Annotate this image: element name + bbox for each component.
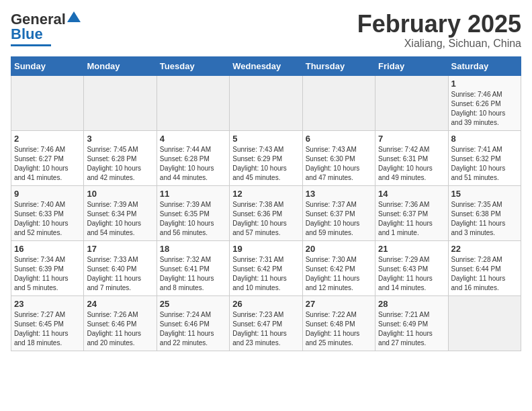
calendar-cell: 9Sunrise: 7:40 AMSunset: 6:33 PMDaylight… [11, 185, 84, 240]
page-title: February 2025 [357, 11, 521, 38]
calendar-cell: 26Sunrise: 7:23 AMSunset: 6:47 PMDayligh… [230, 295, 302, 351]
day-info: Sunrise: 7:24 AMSunset: 6:46 PMDaylight:… [160, 310, 226, 348]
day-info: Sunrise: 7:21 AMSunset: 6:49 PMDaylight:… [378, 310, 445, 348]
calendar-cell: 8Sunrise: 7:41 AMSunset: 6:32 PMDaylight… [448, 130, 521, 185]
calendar-cell: 19Sunrise: 7:31 AMSunset: 6:42 PMDayligh… [230, 240, 302, 295]
day-info: Sunrise: 7:28 AMSunset: 6:44 PMDaylight:… [451, 255, 518, 293]
logo: General Blue [11, 11, 81, 46]
calendar-cell: 7Sunrise: 7:42 AMSunset: 6:31 PMDaylight… [375, 130, 448, 185]
day-number: 18 [160, 244, 226, 254]
day-info: Sunrise: 7:33 AMSunset: 6:40 PMDaylight:… [87, 255, 153, 293]
svg-marker-0 [67, 11, 81, 22]
calendar-week-3: 9Sunrise: 7:40 AMSunset: 6:33 PMDaylight… [11, 185, 521, 240]
calendar-cell: 11Sunrise: 7:39 AMSunset: 6:35 PMDayligh… [157, 185, 229, 240]
day-info: Sunrise: 7:38 AMSunset: 6:36 PMDaylight:… [232, 200, 299, 238]
day-number: 5 [232, 134, 299, 144]
day-info: Sunrise: 7:35 AMSunset: 6:38 PMDaylight:… [451, 200, 518, 238]
logo-text-blue: Blue [11, 26, 43, 43]
day-info: Sunrise: 7:29 AMSunset: 6:43 PMDaylight:… [378, 255, 445, 293]
day-number: 27 [306, 299, 372, 309]
day-number: 24 [87, 299, 153, 309]
weekday-header-wednesday: Wednesday [230, 56, 302, 75]
day-number: 17 [87, 244, 153, 254]
day-info: Sunrise: 7:40 AMSunset: 6:33 PMDaylight:… [14, 200, 81, 238]
calendar-header: SundayMondayTuesdayWednesdayThursdayFrid… [11, 56, 521, 75]
calendar-table: SundayMondayTuesdayWednesdayThursdayFrid… [11, 56, 521, 351]
calendar-week-1: 1Sunrise: 7:46 AMSunset: 6:26 PMDaylight… [11, 75, 521, 130]
calendar-cell [84, 75, 157, 130]
calendar-cell: 1Sunrise: 7:46 AMSunset: 6:26 PMDaylight… [448, 75, 521, 130]
day-info: Sunrise: 7:43 AMSunset: 6:29 PMDaylight:… [232, 145, 299, 183]
calendar-cell: 21Sunrise: 7:29 AMSunset: 6:43 PMDayligh… [375, 240, 448, 295]
calendar-cell: 5Sunrise: 7:43 AMSunset: 6:29 PMDaylight… [230, 130, 302, 185]
calendar-cell: 18Sunrise: 7:32 AMSunset: 6:41 PMDayligh… [157, 240, 229, 295]
day-number: 10 [87, 189, 153, 199]
weekday-header-tuesday: Tuesday [157, 56, 229, 75]
day-number: 6 [306, 134, 372, 144]
day-info: Sunrise: 7:43 AMSunset: 6:30 PMDaylight:… [306, 145, 372, 183]
day-number: 25 [160, 299, 226, 309]
day-number: 23 [14, 299, 81, 309]
weekday-row: SundayMondayTuesdayWednesdayThursdayFrid… [11, 56, 521, 75]
day-number: 28 [378, 299, 445, 309]
weekday-header-friday: Friday [375, 56, 448, 75]
weekday-header-thursday: Thursday [302, 56, 375, 75]
calendar-cell [11, 75, 84, 130]
day-number: 16 [14, 244, 81, 254]
day-number: 20 [306, 244, 372, 254]
calendar-cell: 14Sunrise: 7:36 AMSunset: 6:37 PMDayligh… [375, 185, 448, 240]
calendar-cell: 27Sunrise: 7:22 AMSunset: 6:48 PMDayligh… [302, 295, 375, 351]
calendar-cell: 10Sunrise: 7:39 AMSunset: 6:34 PMDayligh… [84, 185, 157, 240]
calendar-week-5: 23Sunrise: 7:27 AMSunset: 6:45 PMDayligh… [11, 295, 521, 351]
calendar-cell: 24Sunrise: 7:26 AMSunset: 6:46 PMDayligh… [84, 295, 157, 351]
title-block: February 2025 Xialiang, Sichuan, China [357, 11, 521, 50]
day-info: Sunrise: 7:36 AMSunset: 6:37 PMDaylight:… [378, 200, 445, 238]
day-number: 4 [160, 134, 226, 144]
calendar-cell: 12Sunrise: 7:38 AMSunset: 6:36 PMDayligh… [230, 185, 302, 240]
day-number: 8 [451, 134, 518, 144]
calendar-cell: 22Sunrise: 7:28 AMSunset: 6:44 PMDayligh… [448, 240, 521, 295]
calendar-cell: 23Sunrise: 7:27 AMSunset: 6:45 PMDayligh… [11, 295, 84, 351]
day-number: 13 [306, 189, 372, 199]
calendar-cell: 17Sunrise: 7:33 AMSunset: 6:40 PMDayligh… [84, 240, 157, 295]
calendar-body: 1Sunrise: 7:46 AMSunset: 6:26 PMDaylight… [11, 75, 521, 351]
day-info: Sunrise: 7:37 AMSunset: 6:37 PMDaylight:… [306, 200, 372, 238]
day-number: 12 [232, 189, 299, 199]
calendar-cell: 25Sunrise: 7:24 AMSunset: 6:46 PMDayligh… [157, 295, 229, 351]
day-info: Sunrise: 7:31 AMSunset: 6:42 PMDaylight:… [232, 255, 299, 293]
calendar-cell [448, 295, 521, 351]
day-info: Sunrise: 7:42 AMSunset: 6:31 PMDaylight:… [378, 145, 445, 183]
calendar-cell: 6Sunrise: 7:43 AMSunset: 6:30 PMDaylight… [302, 130, 375, 185]
day-info: Sunrise: 7:41 AMSunset: 6:32 PMDaylight:… [451, 145, 518, 183]
day-info: Sunrise: 7:30 AMSunset: 6:42 PMDaylight:… [306, 255, 372, 293]
calendar-cell: 15Sunrise: 7:35 AMSunset: 6:38 PMDayligh… [448, 185, 521, 240]
day-number: 26 [232, 299, 299, 309]
calendar-week-2: 2Sunrise: 7:46 AMSunset: 6:27 PMDaylight… [11, 130, 521, 185]
day-number: 7 [378, 134, 445, 144]
calendar-cell [375, 75, 448, 130]
day-number: 3 [87, 134, 153, 144]
day-number: 11 [160, 189, 226, 199]
calendar-cell [302, 75, 375, 130]
day-info: Sunrise: 7:26 AMSunset: 6:46 PMDaylight:… [87, 310, 153, 348]
day-info: Sunrise: 7:46 AMSunset: 6:26 PMDaylight:… [451, 90, 518, 128]
weekday-header-monday: Monday [84, 56, 157, 75]
day-info: Sunrise: 7:32 AMSunset: 6:41 PMDaylight:… [160, 255, 226, 293]
calendar-cell: 16Sunrise: 7:34 AMSunset: 6:39 PMDayligh… [11, 240, 84, 295]
calendar-cell: 3Sunrise: 7:45 AMSunset: 6:28 PMDaylight… [84, 130, 157, 185]
day-number: 2 [14, 134, 81, 144]
logo-underline [11, 44, 51, 46]
calendar-cell: 28Sunrise: 7:21 AMSunset: 6:49 PMDayligh… [375, 295, 448, 351]
day-info: Sunrise: 7:23 AMSunset: 6:47 PMDaylight:… [232, 310, 299, 348]
day-info: Sunrise: 7:39 AMSunset: 6:35 PMDaylight:… [160, 200, 226, 238]
day-info: Sunrise: 7:27 AMSunset: 6:45 PMDaylight:… [14, 310, 81, 348]
day-info: Sunrise: 7:34 AMSunset: 6:39 PMDaylight:… [14, 255, 81, 293]
day-number: 22 [451, 244, 518, 254]
calendar-cell [230, 75, 302, 130]
calendar-cell [157, 75, 229, 130]
calendar-cell: 20Sunrise: 7:30 AMSunset: 6:42 PMDayligh… [302, 240, 375, 295]
calendar-cell: 4Sunrise: 7:44 AMSunset: 6:28 PMDaylight… [157, 130, 229, 185]
calendar-week-4: 16Sunrise: 7:34 AMSunset: 6:39 PMDayligh… [11, 240, 521, 295]
page-header: General Blue February 2025 Xialiang, Sic… [11, 11, 521, 50]
day-info: Sunrise: 7:39 AMSunset: 6:34 PMDaylight:… [87, 200, 153, 238]
